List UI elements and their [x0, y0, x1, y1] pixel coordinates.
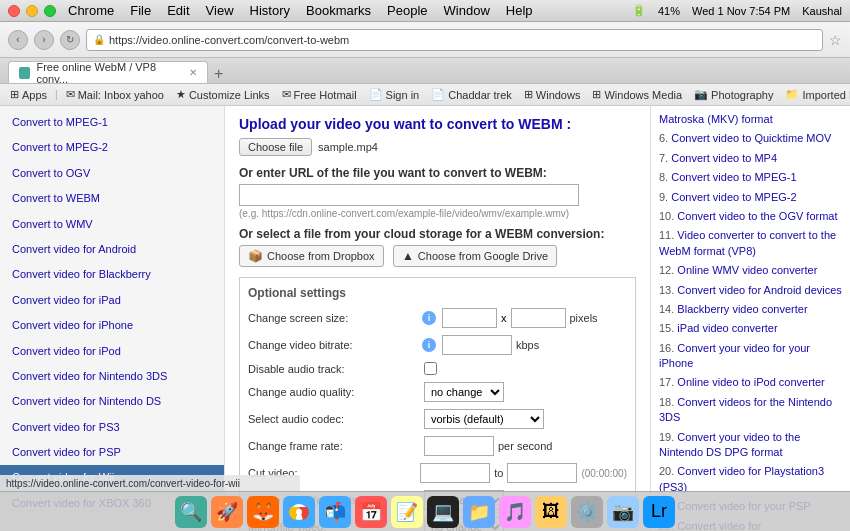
new-tab-button[interactable]: +: [214, 65, 223, 83]
sidebar-item-ipod[interactable]: Convert video for iPod: [0, 339, 224, 364]
sidebar-item-ps3[interactable]: Convert video for PS3: [0, 415, 224, 440]
menu-history[interactable]: History: [250, 3, 290, 18]
right-link-8[interactable]: 8. Convert video to MPEG-1: [659, 170, 842, 185]
url-input[interactable]: [239, 184, 579, 206]
audio-codec-label: Select audio codec:: [248, 413, 418, 425]
dock-photos[interactable]: 🖼: [535, 496, 567, 528]
sidebar-item-mpeg2[interactable]: Convert to MPEG-2: [0, 135, 224, 160]
sidebar-item-psp[interactable]: Convert video for PSP: [0, 440, 224, 465]
minimize-button[interactable]: [26, 5, 38, 17]
bookmark-star[interactable]: ☆: [829, 32, 842, 48]
screen-size-info[interactable]: i: [422, 311, 436, 325]
dock-firefox[interactable]: 🦊: [247, 496, 279, 528]
dock-terminal[interactable]: 💻: [427, 496, 459, 528]
menu-file[interactable]: File: [130, 3, 151, 18]
bm-ie[interactable]: 📁 Imported From IE: [781, 88, 850, 101]
right-link-17[interactable]: 17. Online video to iPod converter: [659, 375, 842, 390]
bm-windows[interactable]: ⊞ Windows: [520, 88, 585, 101]
dock-finder2[interactable]: 📁: [463, 496, 495, 528]
gdrive-button[interactable]: ▲ Choose from Google Drive: [393, 245, 557, 267]
sidebar-item-ipad[interactable]: Convert video for iPad: [0, 288, 224, 313]
dock-calendar[interactable]: 📅: [355, 496, 387, 528]
bm-chaddar[interactable]: 📄 Chaddar trek: [427, 88, 516, 101]
audio-codec-select[interactable]: vorbis (default): [424, 409, 544, 429]
titlebar-right: 🔋 41% Wed 1 Nov 7:54 PM Kaushal: [632, 4, 842, 17]
menu-window[interactable]: Window: [444, 3, 490, 18]
right-link-16[interactable]: 16. Convert your video for your iPhone: [659, 341, 842, 372]
bm-apps[interactable]: ⊞ Apps: [6, 88, 51, 101]
right-list-item: 15. iPad video converter: [659, 321, 842, 336]
dock-settings[interactable]: ⚙️: [571, 496, 603, 528]
dock-mail[interactable]: 📬: [319, 496, 351, 528]
sidebar-item-wmv[interactable]: Convert to WMV: [0, 212, 224, 237]
menu-edit[interactable]: Edit: [167, 3, 189, 18]
right-link-14[interactable]: 14. Blackberry video converter: [659, 302, 842, 317]
url-label: Or enter URL of the file you want to con…: [239, 166, 636, 180]
dock-launchpad[interactable]: 🚀: [211, 496, 243, 528]
right-list-item: 14. Blackberry video converter: [659, 302, 842, 317]
tab-close-button[interactable]: ✕: [189, 67, 197, 78]
reload-button[interactable]: ↻: [60, 30, 80, 50]
menu-bookmarks[interactable]: Bookmarks: [306, 3, 371, 18]
right-list-item: 6. Convert video to Quicktime MOV: [659, 131, 842, 146]
menu-people[interactable]: People: [387, 3, 427, 18]
dock-camera[interactable]: 📷: [607, 496, 639, 528]
back-button[interactable]: ‹: [8, 30, 28, 50]
cut-end-input[interactable]: [507, 463, 577, 483]
window-controls: [8, 5, 56, 17]
dock-chrome[interactable]: [283, 496, 315, 528]
sidebar-item-3ds[interactable]: Convert video for Nintendo 3DS: [0, 364, 224, 389]
bitrate-input[interactable]: [442, 335, 512, 355]
user-name: Kaushal: [802, 5, 842, 17]
framerate-input[interactable]: [424, 436, 494, 456]
menu-view[interactable]: View: [206, 3, 234, 18]
dock-notes[interactable]: 📝: [391, 496, 423, 528]
sidebar-item-mpeg1[interactable]: Convert to MPEG-1: [0, 110, 224, 135]
right-link-18[interactable]: 18. Convert videos for the Nintendo 3DS: [659, 395, 842, 426]
choose-file-button[interactable]: Choose file: [239, 138, 312, 156]
bitrate-info[interactable]: i: [422, 338, 436, 352]
bm-customize[interactable]: ★ Customize Links: [172, 88, 274, 101]
right-link-19[interactable]: 19. Convert your video to the Nintendo D…: [659, 430, 842, 461]
bm-signin[interactable]: 📄 Sign in: [365, 88, 424, 101]
right-link-13[interactable]: 13. Convert video for Android devices: [659, 283, 842, 298]
battery-icon: 🔋: [632, 4, 646, 17]
right-link-matroska[interactable]: Matroska (MKV) format: [659, 112, 842, 127]
bm-mail[interactable]: ✉ Mail: Inbox yahoo: [62, 88, 168, 101]
active-tab[interactable]: Free online WebM / VP8 conv... ✕: [8, 61, 208, 83]
dock-finder[interactable]: 🔍: [175, 496, 207, 528]
sidebar-item-webm[interactable]: Convert to WEBM: [0, 186, 224, 211]
menu-chrome[interactable]: Chrome: [68, 3, 114, 18]
right-link-7[interactable]: 7. Convert video to MP4: [659, 151, 842, 166]
right-list-item: 8. Convert video to MPEG-1: [659, 170, 842, 185]
sidebar-item-nds[interactable]: Convert video for Nintendo DS: [0, 389, 224, 414]
dock-lightroom[interactable]: Lr: [643, 496, 675, 528]
url-hint: (e.g. https://cdn.online-convert.com/exa…: [239, 208, 636, 219]
right-link-15[interactable]: 15. iPad video converter: [659, 321, 842, 336]
right-link-12[interactable]: 12. Online WMV video converter: [659, 263, 842, 278]
sidebar-item-android[interactable]: Convert video for Android: [0, 237, 224, 262]
bm-winmedia[interactable]: ⊞ Windows Media: [588, 88, 686, 101]
bm-photo[interactable]: 📷 Photography: [690, 88, 777, 101]
sidebar-item-ogv[interactable]: Convert to OGV: [0, 161, 224, 186]
forward-button[interactable]: ›: [34, 30, 54, 50]
close-button[interactable]: [8, 5, 20, 17]
sidebar-item-blackberry[interactable]: Convert video for Blackberry: [0, 262, 224, 287]
right-link-11[interactable]: 11. Video converter to convert to the We…: [659, 228, 842, 259]
disable-audio-checkbox[interactable]: [424, 362, 437, 375]
sidebar-item-iphone[interactable]: Convert video for iPhone: [0, 313, 224, 338]
right-link-6[interactable]: 6. Convert video to Quicktime MOV: [659, 131, 842, 146]
address-bar[interactable]: 🔒 https://video.online-convert.com/conve…: [86, 29, 823, 51]
audio-quality-select[interactable]: no change: [424, 382, 504, 402]
dropbox-button[interactable]: 📦 Choose from Dropbox: [239, 245, 384, 267]
screen-width-input[interactable]: [442, 308, 497, 328]
bm-hotmail[interactable]: ✉ Free Hotmail: [278, 88, 361, 101]
pixels-label: pixels: [570, 312, 598, 324]
dock-itunes[interactable]: 🎵: [499, 496, 531, 528]
right-link-10[interactable]: 10. Convert video to the OGV format: [659, 209, 842, 224]
right-link-9[interactable]: 9. Convert video to MPEG-2: [659, 190, 842, 205]
screen-height-input[interactable]: [511, 308, 566, 328]
cut-start-input[interactable]: [420, 463, 490, 483]
maximize-button[interactable]: [44, 5, 56, 17]
menu-help[interactable]: Help: [506, 3, 533, 18]
